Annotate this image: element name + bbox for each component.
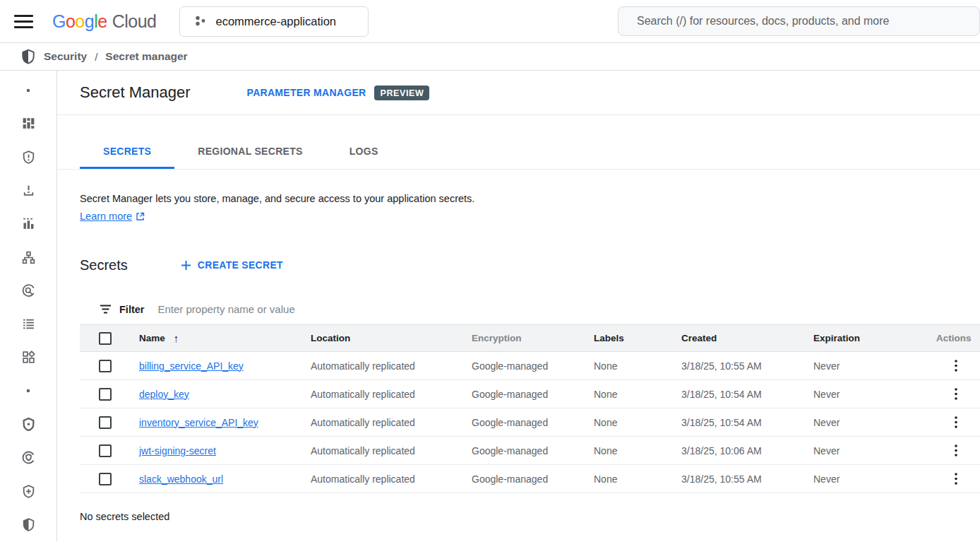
- logo-letter: o: [66, 11, 75, 32]
- logo-letter: G: [52, 11, 66, 32]
- cell-created: 3/18/25, 10:55 AM: [681, 352, 813, 380]
- cell-labels: None: [594, 408, 681, 437]
- cell-encryption: Google-managed: [472, 352, 594, 380]
- integrations-grid-icon[interactable]: [11, 341, 45, 374]
- breadcrumb-separator: /: [95, 51, 97, 63]
- column-header-location: Location: [311, 325, 472, 352]
- cell-encryption: Google-managed: [472, 408, 594, 437]
- assets-network-icon[interactable]: [11, 240, 45, 273]
- security-shield-icon: [20, 48, 36, 65]
- cell-created: 3/18/25, 10:54 AM: [681, 380, 813, 408]
- filter-input[interactable]: [156, 302, 980, 316]
- preview-badge: PREVIEW: [374, 86, 429, 100]
- breadcrumb-security[interactable]: Security: [44, 50, 87, 63]
- posture-chart-icon[interactable]: [11, 207, 45, 240]
- name-header-label: Name: [139, 333, 165, 343]
- project-icon: [194, 15, 207, 28]
- tab-logs[interactable]: LOGS: [326, 135, 402, 169]
- row-checkbox[interactable]: [99, 416, 112, 429]
- column-header-name[interactable]: Name ↑: [139, 332, 179, 344]
- filter-label: Filter: [119, 304, 144, 315]
- row-checkbox[interactable]: [99, 444, 112, 457]
- cell-location: Automatically replicated: [311, 380, 472, 408]
- parameter-manager-link[interactable]: PARAMETER MANAGER: [247, 87, 366, 98]
- column-header-encryption: Encryption: [472, 325, 594, 352]
- table-row: billing_service_API_key Automatically re…: [80, 352, 980, 380]
- create-secret-button[interactable]: CREATE SECRET: [178, 255, 286, 275]
- table-row: slack_webhook_url Automatically replicat…: [80, 465, 980, 493]
- cell-encryption: Google-managed: [472, 437, 594, 465]
- search-detections-icon[interactable]: [11, 274, 45, 307]
- dot-indicator-icon: [11, 73, 45, 107]
- security-shield-half-icon[interactable]: [11, 508, 45, 541]
- overview-mosaic-icon[interactable]: [11, 107, 45, 140]
- column-header-expiration: Expiration: [813, 325, 936, 352]
- cell-expiration: Never: [813, 437, 936, 465]
- search-input[interactable]: [619, 15, 979, 28]
- cell-labels: None: [594, 437, 681, 465]
- shield-plus-icon[interactable]: [11, 474, 45, 507]
- secret-link[interactable]: jwt-signing-secret: [139, 445, 216, 456]
- row-checkbox[interactable]: [99, 473, 112, 485]
- project-name: ecommerce-application: [215, 15, 336, 28]
- row-checkbox[interactable]: [99, 360, 112, 372]
- row-actions-menu-icon[interactable]: [950, 471, 962, 486]
- tab-regional-secrets[interactable]: REGIONAL SECRETS: [174, 135, 325, 169]
- filter-icon: [100, 304, 112, 314]
- cell-labels: None: [594, 352, 681, 380]
- table-row: jwt-signing-secret Automatically replica…: [80, 437, 980, 465]
- column-header-created: Created: [681, 325, 813, 352]
- menu-icon[interactable]: [14, 15, 33, 28]
- compliance-circle-shield-icon[interactable]: [11, 441, 45, 474]
- row-actions-menu-icon[interactable]: [950, 387, 962, 401]
- filter-bar[interactable]: Filter: [80, 294, 980, 324]
- cell-encryption: Google-managed: [472, 465, 594, 493]
- tab-bar: SECRETS REGIONAL SECRETS LOGS: [57, 135, 980, 170]
- breadcrumb-secret-manager: Secret manager: [105, 50, 187, 63]
- findings-tray-icon[interactable]: [11, 174, 45, 207]
- breadcrumb: Security / Secret manager: [0, 42, 980, 71]
- row-actions-menu-icon[interactable]: [950, 443, 962, 458]
- dot-indicator-icon: [11, 375, 45, 408]
- external-link-icon: [136, 212, 145, 221]
- top-app-bar: G o o g l e Cloud ecommerce-application: [0, 0, 980, 42]
- row-actions-menu-icon[interactable]: [950, 358, 962, 373]
- cell-location: Automatically replicated: [311, 465, 472, 493]
- secrets-table-card: Filter Name ↑: [80, 294, 980, 493]
- global-search: [618, 6, 980, 36]
- learn-more-label: Learn more: [80, 211, 132, 222]
- secret-link[interactable]: slack_webhook_url: [139, 473, 223, 485]
- table-row: inventory_service_API_key Automatically …: [80, 408, 980, 437]
- select-all-checkbox[interactable]: [99, 332, 112, 345]
- secret-link[interactable]: deploy_key: [139, 389, 189, 400]
- shield-filled-dot-icon[interactable]: [11, 408, 45, 441]
- sort-ascending-icon: ↑: [174, 332, 179, 344]
- cell-expiration: Never: [813, 465, 936, 493]
- security-nav-sidebar: [0, 71, 57, 541]
- row-checkbox[interactable]: [99, 388, 112, 401]
- learn-more-link[interactable]: Learn more: [80, 211, 145, 222]
- secret-link[interactable]: inventory_service_API_key: [139, 417, 258, 428]
- project-selector-button[interactable]: ecommerce-application: [179, 6, 369, 37]
- row-actions-menu-icon[interactable]: [950, 415, 962, 430]
- create-secret-label: CREATE SECRET: [198, 259, 283, 271]
- cell-created: 3/18/25, 10:06 AM: [681, 437, 813, 465]
- cell-expiration: Never: [813, 352, 936, 380]
- shield-alert-icon[interactable]: [11, 141, 45, 174]
- tab-secrets[interactable]: SECRETS: [80, 135, 174, 169]
- secret-link[interactable]: billing_service_API_key: [139, 360, 244, 372]
- google-cloud-logo[interactable]: G o o g l e Cloud: [52, 11, 156, 32]
- table-header-row: Name ↑ Location Encryption Labels Create…: [80, 325, 980, 352]
- secrets-heading: Secrets: [80, 257, 128, 273]
- cell-encryption: Google-managed: [472, 380, 594, 408]
- cell-expiration: Never: [813, 380, 936, 408]
- logo-letter: g: [85, 11, 94, 32]
- cell-created: 3/18/25, 10:54 AM: [681, 408, 813, 437]
- table-row: deploy_key Automatically replicated Goog…: [80, 380, 980, 408]
- cell-location: Automatically replicated: [311, 408, 472, 437]
- cell-labels: None: [594, 380, 681, 408]
- sources-list-icon[interactable]: [11, 307, 45, 341]
- cell-location: Automatically replicated: [311, 437, 472, 465]
- page-title: Secret Manager: [80, 83, 191, 102]
- column-header-labels: Labels: [594, 325, 681, 352]
